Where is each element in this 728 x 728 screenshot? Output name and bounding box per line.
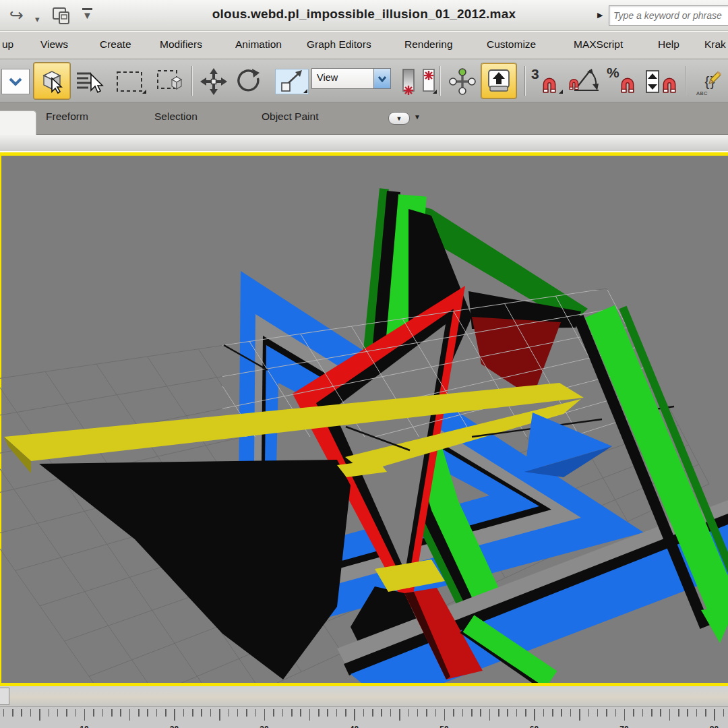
timeline-tick <box>147 709 148 717</box>
timeline-tick <box>291 709 293 717</box>
menu-krakatoa[interactable]: Krak <box>704 38 726 51</box>
timeline-tick <box>255 709 257 717</box>
select-object-button[interactable] <box>34 63 70 99</box>
viewport-top-margin <box>0 135 728 152</box>
select-by-name-icon <box>75 69 104 94</box>
timeline-tick <box>399 709 400 721</box>
track-bar[interactable] <box>0 686 728 706</box>
timeline-tick <box>381 709 382 717</box>
timeline-tick <box>174 709 175 721</box>
frame-number-label: 70 <box>619 725 628 728</box>
toolbar-separator <box>439 66 441 96</box>
timeline-tick <box>39 709 40 721</box>
timeline-tick <box>579 709 580 721</box>
angle-snap-toggle-button[interactable] <box>566 69 601 94</box>
timeline-tick <box>678 709 679 717</box>
timeline-tick <box>363 709 365 717</box>
use-selection-center-button[interactable] <box>419 69 437 94</box>
ribbon-tab-selection[interactable]: Selection <box>154 111 198 123</box>
select-and-manipulate-button[interactable] <box>446 69 479 94</box>
toolbar-separator <box>191 66 193 96</box>
menu-customize[interactable]: Customize <box>487 38 536 51</box>
timeline-tick <box>660 709 661 717</box>
menu-maxscript[interactable]: MAXScript <box>574 38 623 51</box>
timeline-tick <box>129 709 131 721</box>
ribbon-tab-freeform[interactable]: Freeform <box>46 111 88 123</box>
timeline-tick <box>534 709 535 721</box>
shadow-mass <box>39 460 351 679</box>
menu-group[interactable]: up <box>2 38 13 51</box>
timeline-tick <box>390 709 392 717</box>
menu-animation[interactable]: Animation <box>235 38 282 51</box>
search-go-icon[interactable]: ▶ <box>597 11 603 20</box>
use-pivot-point-center-button[interactable] <box>399 69 417 94</box>
frame-number-label: 50 <box>439 725 448 728</box>
ribbon-tab-modeling-stub[interactable] <box>0 111 36 135</box>
flyout-corner <box>142 90 146 94</box>
perspective-viewport[interactable] <box>0 156 728 683</box>
menu-graph-editors[interactable]: Graph Editors <box>307 38 371 51</box>
select-and-move-button[interactable] <box>197 69 231 94</box>
timeline-tick <box>543 709 545 717</box>
search-input[interactable] <box>609 6 728 25</box>
timeline-tick <box>624 709 626 721</box>
timeline-tick <box>651 709 653 717</box>
menu-help[interactable]: Help <box>658 38 679 51</box>
timeline-tick <box>345 709 346 717</box>
timeline-tick <box>273 709 274 717</box>
window-crossing-toggle-button[interactable] <box>154 69 186 94</box>
edit-named-selection-sets-button[interactable]: { } ABC <box>690 69 728 94</box>
timeline-tick <box>246 709 247 717</box>
percent-snap-toggle-button[interactable]: % <box>605 69 640 94</box>
abc-label: ABC <box>696 90 708 96</box>
frame-number-label: 40 <box>350 725 359 728</box>
blue-frame-right-tip[interactable] <box>524 413 612 477</box>
frame-number-label: 30 <box>260 725 268 728</box>
undo-dropdown-button[interactable] <box>1 69 30 94</box>
menu-modifiers[interactable]: Modifiers <box>160 38 202 51</box>
timeline-tick <box>426 709 427 717</box>
keyboard-shortcut-override-button[interactable] <box>481 63 516 98</box>
select-and-scale-button[interactable] <box>275 69 309 94</box>
snaps-toggle-button[interactable]: 3 <box>530 69 564 94</box>
timeline-tick <box>93 709 94 717</box>
timeline-tick <box>489 709 491 721</box>
select-by-name-button[interactable] <box>73 69 107 94</box>
timeline-tick <box>120 709 121 717</box>
spinner-snap-toggle-button[interactable] <box>644 69 681 94</box>
timeline-tick <box>516 709 518 717</box>
frame-number-label: 20 <box>170 725 179 728</box>
reference-coordinate-system-combo[interactable]: View <box>311 68 391 89</box>
timeline-tick <box>480 709 481 717</box>
timeline-tick <box>3 709 5 717</box>
timeline-tick <box>606 709 607 717</box>
select-and-rotate-button[interactable] <box>232 69 266 94</box>
combo-dropdown-button[interactable] <box>373 69 390 88</box>
toolbar-separator <box>685 66 686 96</box>
timeline-tick <box>318 709 320 717</box>
manipulate-icon <box>448 67 477 96</box>
angle-snap-icon <box>568 67 600 96</box>
timeline-tick <box>57 709 59 717</box>
rectangular-selection-region-button[interactable] <box>112 69 147 94</box>
ribbon-tab-object-paint[interactable]: Object Paint <box>262 111 318 123</box>
timeline-ruler[interactable]: 1020304050607080 <box>0 706 728 728</box>
ribbon-options-caret-icon[interactable]: ▼ <box>414 113 421 121</box>
window-crossing-icon <box>156 69 184 94</box>
menu-rendering[interactable]: Rendering <box>404 38 453 51</box>
timeline-tick <box>705 709 706 717</box>
magnet-icon <box>619 77 636 94</box>
timeline-tick <box>49 709 50 717</box>
timeline-tick <box>309 709 311 721</box>
timeline-tick <box>264 709 266 721</box>
timeline-tick <box>165 709 166 717</box>
menu-create[interactable]: Create <box>100 38 131 51</box>
time-slider-end-box[interactable] <box>0 688 9 705</box>
timeline-tick <box>597 709 599 717</box>
timeline-tick <box>102 709 104 717</box>
timeline-tick <box>633 709 634 717</box>
viewport-canvas[interactable] <box>0 156 728 683</box>
menu-views[interactable]: Views <box>40 38 68 51</box>
ribbon-minimize-button[interactable]: ▼ <box>388 112 410 125</box>
chevron-down-icon <box>377 75 387 82</box>
